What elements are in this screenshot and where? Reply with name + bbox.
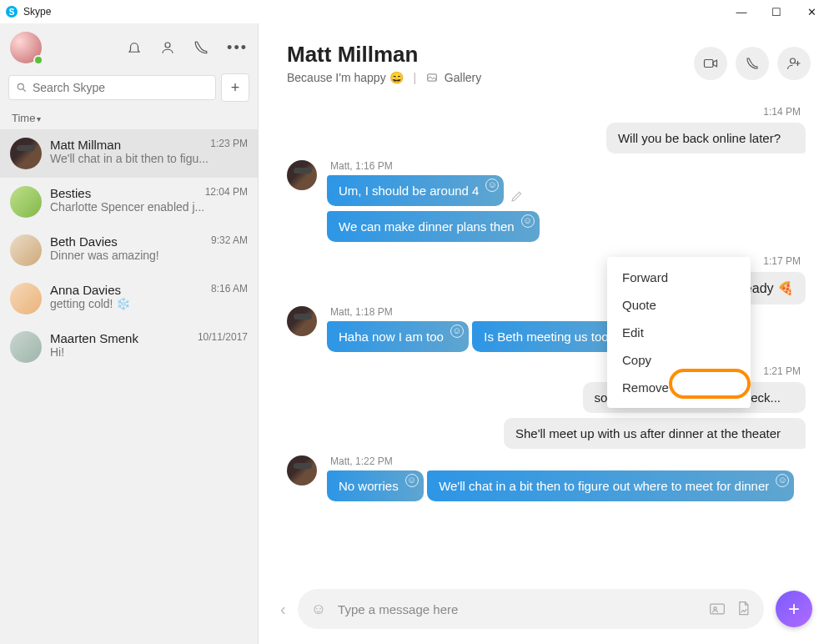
conversation-preview: We'll chat in a bit then to figu...	[50, 152, 217, 165]
new-chat-button[interactable]: +	[221, 73, 249, 102]
context-menu-forward[interactable]: Forward	[607, 264, 751, 291]
phone-icon	[746, 57, 759, 70]
contact-card-icon[interactable]	[709, 601, 726, 616]
collapse-icon[interactable]: ‹	[280, 600, 286, 619]
window-title: Skype	[23, 6, 724, 18]
status-emoji-icon: 😄	[389, 71, 404, 84]
message-sender-label: Matt, 1:22 PM	[330, 455, 794, 467]
chat-header: Matt Millman Because I'm happy 😄 | Galle…	[259, 23, 834, 94]
message-incoming[interactable]: Um, I should be around 4	[327, 175, 504, 206]
context-menu-quote[interactable]: Quote	[607, 291, 751, 319]
svg-point-3	[18, 83, 23, 89]
chat-status: Because I'm happy 😄 | Gallery	[287, 71, 694, 84]
svg-point-6	[791, 58, 796, 63]
conversation-time: 9:32 AM	[211, 234, 248, 249]
avatar-icon	[10, 234, 42, 266]
message-incoming[interactable]: We can make dinner plans then	[327, 211, 540, 242]
conversation-name: Maarten Smenk	[50, 331, 138, 345]
search-icon	[16, 82, 28, 93]
message-incoming[interactable]: No worries	[327, 470, 424, 501]
message-incoming[interactable]: We'll chat in a bit then to figure out w…	[427, 470, 794, 501]
conversation-preview: Dinner was amazing!	[50, 249, 217, 262]
search-input-wrapper[interactable]	[8, 75, 216, 100]
svg-text:S: S	[9, 8, 15, 17]
gallery-link[interactable]: Gallery	[445, 71, 481, 84]
attach-file-icon[interactable]	[736, 601, 751, 617]
contacts-icon[interactable]	[160, 40, 175, 55]
sort-dropdown[interactable]: Time▾	[0, 107, 258, 129]
presence-indicator-icon	[33, 55, 43, 65]
my-avatar[interactable]	[10, 32, 42, 63]
avatar-icon	[10, 186, 42, 218]
context-menu-copy[interactable]: Copy	[607, 346, 751, 374]
emoji-picker-icon[interactable]: ☺	[311, 601, 326, 618]
window-maximize-button[interactable]: ☐	[759, 6, 794, 18]
conversation-preview: Hi!	[50, 345, 217, 359]
chat-title: Matt Millman	[287, 42, 694, 68]
conversation-time: 1:23 PM	[210, 138, 248, 152]
search-input[interactable]	[33, 81, 208, 94]
status-text: Because I'm happy	[287, 71, 386, 84]
video-icon	[703, 58, 718, 69]
timestamp: 1:14 PM	[287, 106, 801, 118]
context-menu-remove[interactable]: Remove	[607, 374, 751, 401]
notifications-icon[interactable]	[127, 40, 142, 55]
svg-rect-5	[705, 59, 714, 67]
message-input-bar: ‹ ☺ Type a message here +	[259, 579, 834, 644]
message-outgoing[interactable]: She'll meet up with us after dinner at t…	[504, 418, 806, 449]
conversation-preview: getting cold! ❄️	[50, 297, 217, 310]
message-incoming[interactable]: Haha now I am too	[327, 321, 469, 352]
window-minimize-button[interactable]: —	[724, 6, 759, 18]
edit-icon[interactable]	[510, 189, 524, 203]
sort-label: Time	[12, 112, 35, 124]
chat-messages: 1:14 PM Will you be back online later? M…	[259, 94, 834, 579]
conversation-preview: Charlotte Spencer enabled j...	[50, 200, 217, 214]
avatar-icon	[10, 138, 42, 169]
chevron-down-icon: ▾	[37, 114, 41, 123]
sidebar: ••• + Time▾ Matt Millman1:23 PM We'll ch…	[0, 23, 259, 644]
message-sender-label: Matt, 1:16 PM	[330, 160, 540, 172]
window-close-button[interactable]: ✕	[794, 6, 829, 18]
conversation-item-beth[interactable]: Beth Davies9:32 AM Dinner was amazing!	[0, 226, 258, 274]
message-sender-label: Matt, 1:18 PM	[330, 306, 641, 318]
gallery-icon[interactable]	[426, 73, 438, 83]
conversation-time: 10/11/2017	[198, 331, 248, 345]
avatar-icon	[287, 160, 317, 190]
conversation-name: Besties	[50, 186, 91, 200]
conversation-name: Beth Davies	[50, 234, 118, 249]
message-context-menu: Forward Quote Edit Copy Remove	[607, 257, 751, 408]
dialpad-icon[interactable]	[193, 40, 208, 55]
context-menu-edit[interactable]: Edit	[607, 319, 751, 346]
avatar-icon	[287, 306, 317, 336]
conversation-item-anna[interactable]: Anna Davies8:16 AM getting cold! ❄️	[0, 274, 258, 323]
window-titlebar: S Skype — ☐ ✕	[0, 0, 834, 23]
conversation-item-maarten[interactable]: Maarten Smenk10/11/2017 Hi!	[0, 323, 258, 371]
conversation-time: 8:16 AM	[211, 283, 248, 297]
react-icon[interactable]	[405, 474, 419, 487]
conversation-name: Anna Davies	[50, 283, 121, 297]
add-participant-button[interactable]	[777, 47, 811, 80]
react-icon[interactable]	[485, 179, 499, 192]
svg-point-8	[714, 607, 716, 610]
avatar-icon	[10, 331, 42, 363]
message-input-placeholder: Type a message here	[338, 602, 699, 616]
conversation-list: Matt Millman1:23 PM We'll chat in a bit …	[0, 129, 258, 644]
react-icon[interactable]	[450, 325, 464, 338]
chat-panel: Matt Millman Because I'm happy 😄 | Galle…	[259, 23, 834, 644]
message-group-incoming: Matt, 1:16 PM Um, I should be around 4 W…	[287, 160, 806, 247]
conversation-item-besties[interactable]: Besties12:04 PM Charlotte Spencer enable…	[0, 178, 258, 226]
react-icon[interactable]	[776, 474, 789, 487]
avatar-icon	[10, 283, 42, 314]
add-person-icon	[786, 56, 801, 71]
conversation-item-matt[interactable]: Matt Millman1:23 PM We'll chat in a bit …	[0, 129, 258, 178]
send-fab-button[interactable]: +	[776, 591, 812, 627]
message-outgoing[interactable]: Will you be back online later?	[606, 123, 806, 153]
more-icon[interactable]: •••	[227, 39, 248, 57]
video-call-button[interactable]	[694, 47, 727, 80]
conversation-time: 12:04 PM	[205, 186, 248, 200]
message-input[interactable]: ☺ Type a message here	[298, 589, 764, 629]
audio-call-button[interactable]	[736, 47, 769, 80]
skype-logo-icon: S	[5, 5, 18, 18]
svg-point-2	[165, 43, 170, 48]
react-icon[interactable]	[521, 214, 535, 228]
